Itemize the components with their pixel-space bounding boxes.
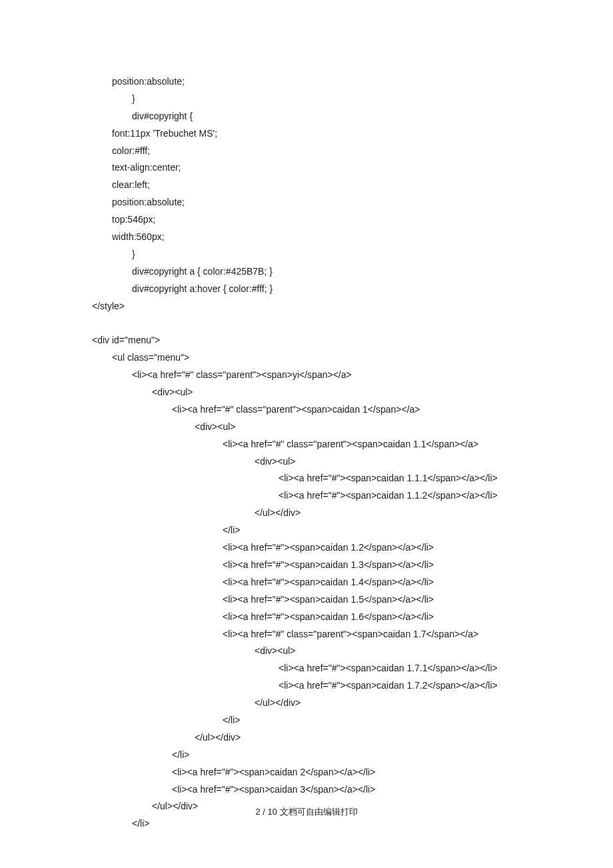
code-line: </li> — [0, 522, 613, 539]
code-line: <li><a href="#" class="parent"><span>cai… — [0, 626, 613, 643]
code-line: <div><ul> — [0, 643, 613, 660]
code-line: div#copyright a { color:#425B7B; } — [0, 263, 613, 281]
code-line: position:absolute; — [0, 73, 613, 91]
code-line: font:11px 'Trebuchet MS'; — [0, 125, 613, 143]
code-line: <li><a href="#"><span>caidan 2</span></a… — [0, 764, 613, 781]
code-line: <li><a href="#"><span>caidan 3</span></a… — [0, 781, 613, 799]
document-page: position:absolute;}div#copyright {font:1… — [0, 0, 613, 833]
code-line: <li><a href="#" class="parent"><span>yi<… — [0, 367, 613, 384]
code-line: </li> — [0, 747, 613, 764]
code-line: <div><ul> — [0, 419, 613, 436]
code-line: <li><a href="#"><span>caidan 1.4</span><… — [0, 574, 613, 591]
code-line: </ul></div> — [0, 695, 613, 712]
code-line: <li><a href="#"><span>caidan 1.3</span><… — [0, 557, 613, 574]
code-line: </ul></div> — [0, 729, 613, 747]
code-line: } — [0, 246, 613, 263]
code-listing: position:absolute;}div#copyright {font:1… — [0, 73, 613, 833]
code-line: } — [0, 91, 613, 108]
code-line: <li><a href="#"><span>caidan 1.7.1</span… — [0, 660, 613, 677]
code-line: color:#fff; — [0, 143, 613, 160]
code-line: text-align:center; — [0, 159, 613, 177]
code-line: <li><a href="#" class="parent"><span>cai… — [0, 436, 613, 453]
code-line: div#copyright { — [0, 108, 613, 125]
page-footer: 2 / 10 文档可自由编辑打印 — [0, 804, 613, 820]
code-line: <li><a href="#"><span>caidan 1.6</span><… — [0, 609, 613, 626]
code-line: <div id="menu"> — [0, 332, 613, 349]
code-line: <div><ul> — [0, 384, 613, 401]
code-line: <li><a href="#"><span>caidan 1.1.1</span… — [0, 470, 613, 487]
code-line: <li><a href="#" class="parent"><span>cai… — [0, 401, 613, 419]
code-line: <li><a href="#"><span>caidan 1.2</span><… — [0, 539, 613, 557]
code-line: width:560px; — [0, 229, 613, 246]
code-line: <li><a href="#"><span>caidan 1.7.2</span… — [0, 677, 613, 695]
code-line: clear:left; — [0, 177, 613, 194]
page-number-text: 2 / 10 文档可自由编辑打印 — [255, 807, 357, 817]
code-line: <ul class="menu"> — [0, 349, 613, 367]
code-line: <li><a href="#"><span>caidan 1.1.2</span… — [0, 487, 613, 505]
code-line: top:546px; — [0, 211, 613, 229]
code-line: </ul></div> — [0, 505, 613, 522]
code-line: <li><a href="#"><span>caidan 1.5</span><… — [0, 591, 613, 609]
code-line: position:absolute; — [0, 194, 613, 211]
code-line: </style> — [0, 298, 613, 315]
code-line: </li> — [0, 712, 613, 729]
code-line: <div><ul> — [0, 453, 613, 471]
code-line — [0, 315, 613, 332]
code-line: div#copyright a:hover { color:#fff; } — [0, 281, 613, 298]
